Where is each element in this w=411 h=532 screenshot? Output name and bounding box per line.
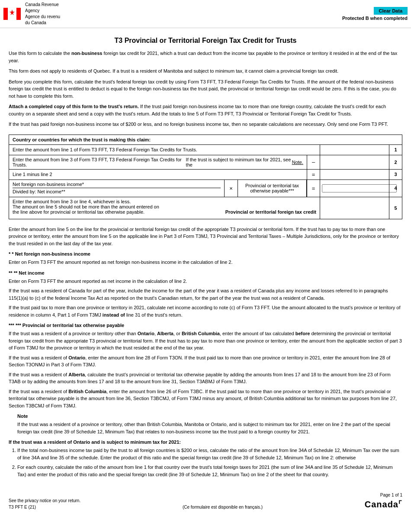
- row2-input[interactable]: [320, 155, 389, 169]
- svg-rect-0: [3, 8, 8, 20]
- svg-rect-2: [16, 8, 21, 20]
- section-provincial-body2: If the trust was a resident of Ontario, …: [9, 354, 402, 369]
- row5-num: 5: [389, 197, 402, 219]
- privacy-notice: See the privacy notice on your return.: [9, 498, 80, 503]
- row4-multiply-symbol: ×: [225, 180, 238, 197]
- section-provincial-heading: *** *** Provincial or territorial tax ot…: [9, 323, 402, 328]
- row5-right-label: Provincial or territorial foreign tax cr…: [225, 209, 316, 215]
- note-body: If the trust was a resident of a provinc…: [17, 421, 402, 435]
- row3-label: Line 1 minus line 2: [9, 170, 307, 179]
- row2-num: 2: [389, 155, 402, 169]
- row2-text-input[interactable]: [322, 160, 387, 165]
- section-provincial-body3: If the trust was a resident of Alberta, …: [9, 371, 402, 385]
- logo-area: Canada Revenue Agency Agence du revenu d…: [3, 2, 60, 26]
- row3-num: 3: [389, 170, 402, 179]
- form-row-3: Line 1 minus line 2 = 3: [9, 170, 402, 180]
- intro-para-1: Use this form to calculate the non-busin…: [9, 50, 402, 64]
- row5-text-input[interactable]: [322, 205, 387, 211]
- top-right-area: Clear Data Protected B when completed: [342, 7, 408, 21]
- intro-para-3: Before you complete this form, calculate…: [9, 78, 402, 100]
- footer-right: Page 1 of 1 Canadaᴦ: [365, 493, 402, 510]
- ontario-min-list: If the total non-business income tax pai…: [17, 447, 402, 478]
- row4-equals-symbol: =: [307, 180, 320, 197]
- row2-label: Enter the amount from line 3 of Form T3 …: [9, 155, 307, 169]
- agency-en: Canada Revenue Agency: [25, 2, 60, 14]
- section-net-income2-body2: If the trust was a resident of Canada fo…: [9, 287, 402, 301]
- section-net-income2-body1: Enter on Form T3 FFT the amount reported…: [9, 278, 402, 285]
- row3-text-input[interactable]: [322, 172, 387, 177]
- page-title: T3 Provincial or Territorial Foreign Tax…: [9, 37, 402, 45]
- section-net-income2-body3: If the trust paid tax to more than one p…: [9, 304, 402, 318]
- form-code: T3 PFT E (21): [9, 505, 80, 510]
- row4-left-label: Net foreign non-business income* Divided…: [9, 180, 225, 197]
- form-row-4: Net foreign non-business income* Divided…: [9, 180, 402, 197]
- row4-text-input[interactable]: [322, 184, 397, 192]
- intro-para-4: Attach a completed copy of this form to …: [9, 103, 402, 117]
- row3-input[interactable]: [320, 170, 389, 179]
- row1-text-input[interactable]: [322, 147, 387, 152]
- section-net-income-heading: * * Net foreign non-business income: [9, 251, 402, 256]
- form-row-2: Enter the amount from line 3 of Form T3 …: [9, 155, 402, 170]
- section-provincial-body4: If the trust was a resident of British C…: [9, 388, 402, 410]
- intro-para-5: If the trust has paid foreign non-busine…: [9, 121, 402, 128]
- top-bar: Canada Revenue Agency Agence du revenu d…: [0, 0, 411, 28]
- note-heading: Note: [17, 413, 402, 419]
- section-provincial-body1: If the trust was a resident of a provinc…: [9, 330, 402, 352]
- form-row-1: Enter the amount from line 1 of Form T3 …: [9, 145, 402, 155]
- footer-page: Page 1 of 1: [380, 493, 402, 497]
- footer-left: See the privacy notice on your return. T…: [9, 498, 80, 510]
- canada-flag-icon: [3, 8, 21, 20]
- ontario-min-item-2: For each country, calculate the ratio of…: [17, 464, 402, 478]
- row4-right-input[interactable]: [320, 180, 389, 197]
- footer: See the privacy notice on your return. T…: [0, 489, 411, 513]
- row2-symbol: –: [307, 155, 320, 169]
- ontario-min-heading: If the trust was a resident of Ontario a…: [9, 439, 402, 445]
- main-content: T3 Provincial or Territorial Foreign Tax…: [0, 28, 411, 485]
- row1-num: 1: [389, 145, 402, 155]
- clear-data-button[interactable]: Clear Data: [374, 7, 408, 15]
- section-net-income2-heading: ** ** Net income: [9, 270, 402, 276]
- after-form-text: Enter the amount from line 5 on the line…: [9, 226, 402, 247]
- canada-wordmark: Canadaᴦ: [365, 498, 402, 510]
- agency-text: Canada Revenue Agency Agence du revenu d…: [25, 2, 60, 26]
- row1-input[interactable]: [320, 145, 389, 155]
- protected-b-label: Protected B when completed: [342, 16, 408, 21]
- row5-label: Enter the amount from line 3 or line 4, …: [9, 197, 320, 219]
- ontario-min-item-1: If the total non-business income tax pai…: [17, 447, 402, 461]
- row1-label: Enter the amount from line 1 of Form T3 …: [9, 145, 320, 155]
- note-section: Note If the trust was a resident of a pr…: [17, 413, 402, 435]
- form-box-header: Country or countries for which the trust…: [9, 135, 402, 145]
- form-row-5: Enter the amount from line 3 or line 4, …: [9, 197, 402, 219]
- row4-center-label: Provincial or territorial tax otherwise …: [238, 180, 307, 197]
- agency-fr: Agence du revenu du Canada: [25, 14, 60, 26]
- row3-symbol: =: [307, 170, 320, 179]
- row2-note-link[interactable]: Note.: [292, 160, 303, 165]
- footer-center: (Ce formulaire est disponible en françai…: [183, 505, 263, 510]
- form-box: Country or countries for which the trust…: [9, 135, 402, 219]
- section-net-income-body: Enter on Form T3 FFT the amount reported…: [9, 259, 402, 266]
- row5-input[interactable]: [320, 197, 389, 219]
- intro-para-2: This form does not apply to residents of…: [9, 67, 402, 75]
- row4-num: 4: [389, 180, 402, 197]
